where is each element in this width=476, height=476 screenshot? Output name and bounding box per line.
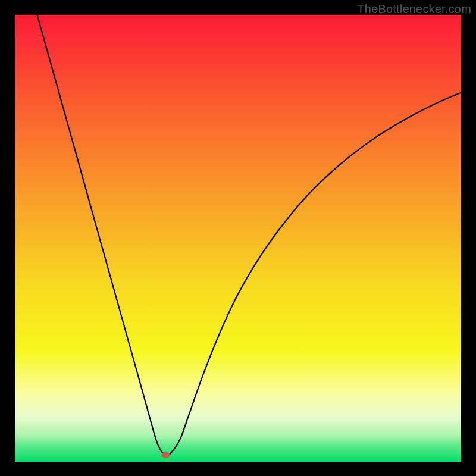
chart-frame: TheBottlenecker.com <box>0 0 476 476</box>
plot-area <box>15 15 461 462</box>
source-label: TheBottlenecker.com <box>357 2 471 16</box>
optimal-point-marker <box>162 452 170 458</box>
chart-svg <box>15 15 461 462</box>
gradient-background <box>15 15 461 462</box>
